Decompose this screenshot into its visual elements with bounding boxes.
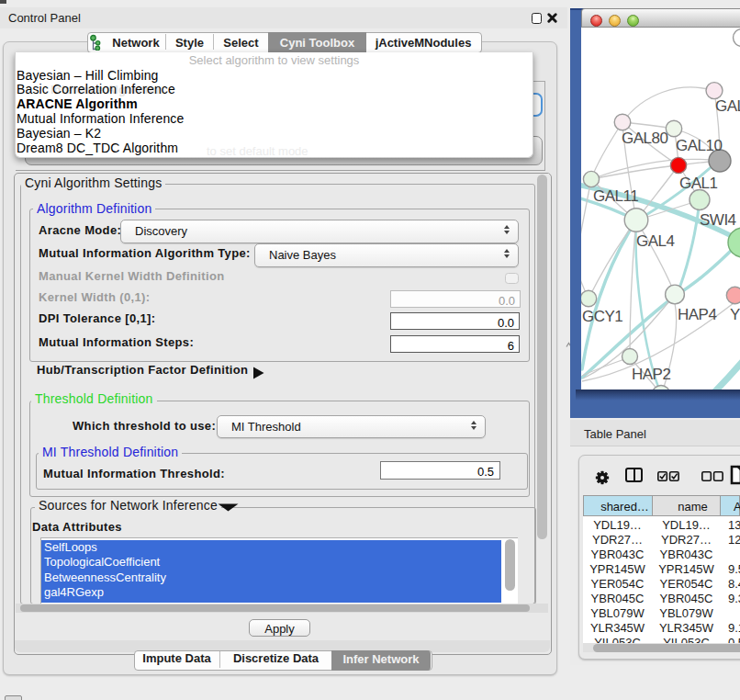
- svg-text:GAL80: GAL80: [622, 130, 667, 147]
- svg-text:HAP4: HAP4: [678, 306, 716, 323]
- svg-text:GAL11: GAL11: [593, 187, 638, 205]
- svg-text:GAL1: GAL1: [679, 175, 718, 192]
- svg-text:SWI4: SWI4: [700, 211, 736, 229]
- svg-text:HAP2: HAP2: [632, 366, 670, 383]
- svg-text:GAL4: GAL4: [636, 232, 675, 250]
- svg-text:GAL10: GAL10: [676, 137, 722, 154]
- svg-text:GAL: GAL: [715, 97, 740, 115]
- svg-text:GCY1: GCY1: [582, 308, 622, 325]
- svg-text:Y: Y: [730, 306, 740, 323]
